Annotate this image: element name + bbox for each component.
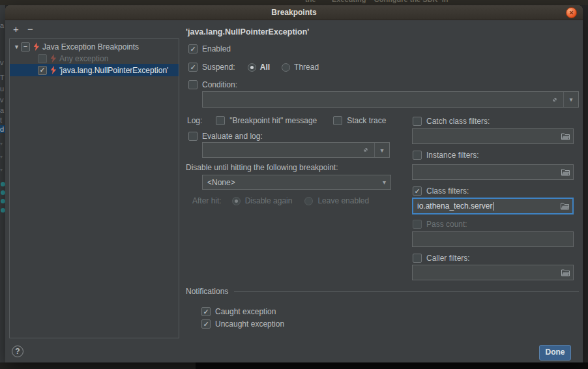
caught-exception-checkbox[interactable]: ✓ xyxy=(201,307,211,316)
tree-item-nullpointerexception[interactable]: ✓ 'java.lang.NullPointerException' xyxy=(10,64,179,76)
caught-exception-label: Caught exception xyxy=(215,307,276,316)
uncaught-exception-label: Uncaught exception xyxy=(215,319,284,329)
suspend-row: ✓ Suspend: All Thread xyxy=(188,63,319,72)
suspend-checkbox[interactable]: ✓ xyxy=(188,63,198,72)
browse-folder-icon[interactable] xyxy=(557,269,573,276)
title-bar[interactable]: Breakpoints × xyxy=(5,5,583,20)
background-project-strip: a v T u v a t d ▾ ▾ ▾ xyxy=(0,5,5,362)
caller-filters-label: Caller filters: xyxy=(426,254,470,263)
background-title-fragment: the Executing Configure the SDK in xyxy=(305,0,448,3)
suspend-thread-label: Thread xyxy=(294,63,319,72)
exception-bolt-icon xyxy=(33,42,40,51)
breakpoint-hit-message-checkbox[interactable] xyxy=(216,116,225,125)
catch-class-filters-input[interactable] xyxy=(412,128,574,144)
evaluate-history-dropdown[interactable]: ▾ xyxy=(374,143,389,157)
expand-editor-icon[interactable] xyxy=(546,96,563,104)
text-caret xyxy=(493,202,493,211)
background-chevron-icon: ▾ xyxy=(0,140,3,148)
add-breakpoint-button[interactable]: + xyxy=(13,25,19,34)
pass-count-row: Pass count: xyxy=(413,220,467,229)
browse-folder-icon[interactable] xyxy=(557,203,572,210)
catch-class-filters-checkbox[interactable] xyxy=(413,117,422,126)
disable-until-select[interactable]: <None> ▾ xyxy=(202,175,391,190)
help-icon: ? xyxy=(15,347,20,356)
breakpoint-hit-message-label: "Breakpoint hit" message xyxy=(229,116,317,125)
item-checkbox[interactable]: ✓ xyxy=(38,66,47,75)
enabled-checkbox[interactable]: ✓ xyxy=(188,44,198,53)
class-filters-value: io.athena_tech.server xyxy=(413,201,492,211)
after-hit-row: After hit: Disable again Leave enabled xyxy=(192,196,369,205)
background-letter: T xyxy=(0,74,5,81)
instance-filters-checkbox[interactable] xyxy=(413,151,422,160)
disable-again-label: Disable again xyxy=(245,196,293,205)
pass-count-input[interactable] xyxy=(412,231,574,247)
catch-class-filters-row: Catch class filters: xyxy=(413,117,490,126)
background-selected-letter: d xyxy=(0,125,5,133)
tree-expand-icon[interactable]: ▼ xyxy=(12,44,21,50)
chevron-down-icon: ▾ xyxy=(383,179,386,186)
item-checkbox[interactable] xyxy=(38,54,47,63)
suspend-label: Suspend: xyxy=(202,63,235,72)
tree-item-label: Any exception xyxy=(59,54,108,63)
expand-editor-icon[interactable] xyxy=(357,146,374,154)
breakpoint-name-header: 'java.lang.NullPointerException' xyxy=(186,27,309,37)
caller-filters-row: Caller filters: xyxy=(413,254,470,263)
suspend-all-radio[interactable] xyxy=(248,63,256,72)
disable-again-radio[interactable] xyxy=(232,197,241,205)
caught-exception-row: ✓ Caught exception xyxy=(201,307,276,316)
evaluate-input[interactable]: ▾ xyxy=(202,142,390,158)
suspend-thread-radio[interactable] xyxy=(282,63,290,72)
instance-filters-label: Instance filters: xyxy=(426,151,479,160)
pass-count-checkbox[interactable] xyxy=(413,220,422,229)
done-button[interactable]: Done xyxy=(539,345,571,361)
caller-filters-input[interactable] xyxy=(412,265,574,280)
enabled-row: ✓ Enabled xyxy=(188,44,231,53)
background-desktop-strip xyxy=(0,362,588,369)
browse-folder-icon[interactable] xyxy=(557,133,573,140)
background-letter: t xyxy=(0,116,2,124)
close-button[interactable]: × xyxy=(566,7,577,18)
section-divider xyxy=(234,291,579,292)
enabled-label: Enabled xyxy=(202,44,231,53)
background-window-strip: the Executing Configure the SDK in xyxy=(0,0,588,5)
leave-enabled-label: Leave enabled xyxy=(317,196,369,205)
breakpoints-dialog: Breakpoints × + − ▼ − Java Exception Bre… xyxy=(5,5,583,362)
breakpoints-tree[interactable]: ▼ − Java Exception Breakpoints Any excep… xyxy=(9,38,179,338)
suspend-all-label: All xyxy=(260,63,270,72)
notifications-section: Notifications xyxy=(186,287,579,296)
tree-item-label: 'java.lang.NullPointerException' xyxy=(59,66,168,75)
log-label: Log: xyxy=(187,116,202,125)
group-checkbox[interactable]: − xyxy=(21,42,30,52)
evaluate-checkbox[interactable] xyxy=(188,132,198,141)
tree-item-any-exception[interactable]: Any exception xyxy=(10,53,179,64)
condition-history-dropdown[interactable]: ▾ xyxy=(563,92,578,107)
browse-folder-icon[interactable] xyxy=(557,169,573,176)
condition-checkbox[interactable] xyxy=(188,80,198,89)
uncaught-exception-row: ✓ Uncaught exception xyxy=(201,319,284,329)
caller-filters-checkbox[interactable] xyxy=(413,254,422,263)
stack-trace-checkbox[interactable] xyxy=(333,116,342,125)
class-filters-checkbox[interactable]: ✓ xyxy=(413,186,422,196)
evaluate-label: Evaluate and log: xyxy=(202,132,263,141)
log-row: Log: "Breakpoint hit" message Stack trac… xyxy=(187,116,386,125)
class-filters-input[interactable]: io.athena_tech.server xyxy=(412,198,574,214)
instance-filters-input[interactable] xyxy=(412,164,574,180)
tree-group-java-exception-breakpoints[interactable]: ▼ − Java Exception Breakpoints xyxy=(10,40,179,53)
tree-group-label: Java Exception Breakpoints xyxy=(42,42,139,52)
help-button[interactable]: ? xyxy=(12,346,23,357)
disable-until-label: Disable until hitting the following brea… xyxy=(186,163,338,172)
condition-input[interactable]: ▾ xyxy=(202,91,579,108)
close-icon: × xyxy=(569,8,573,16)
class-filters-label: Class filters: xyxy=(426,186,469,196)
background-letter: v xyxy=(0,59,4,66)
evaluate-row: Evaluate and log: xyxy=(188,132,263,141)
background-class-icon xyxy=(1,208,5,213)
leave-enabled-radio[interactable] xyxy=(304,197,313,205)
notifications-title: Notifications xyxy=(186,287,228,296)
condition-label: Condition: xyxy=(202,80,237,89)
after-hit-label: After hit: xyxy=(192,196,222,205)
uncaught-exception-checkbox[interactable]: ✓ xyxy=(201,319,211,329)
catch-class-filters-label: Catch class filters: xyxy=(426,117,490,126)
remove-breakpoint-button[interactable]: − xyxy=(27,25,33,34)
background-chevron-icon: ▾ xyxy=(0,153,3,161)
